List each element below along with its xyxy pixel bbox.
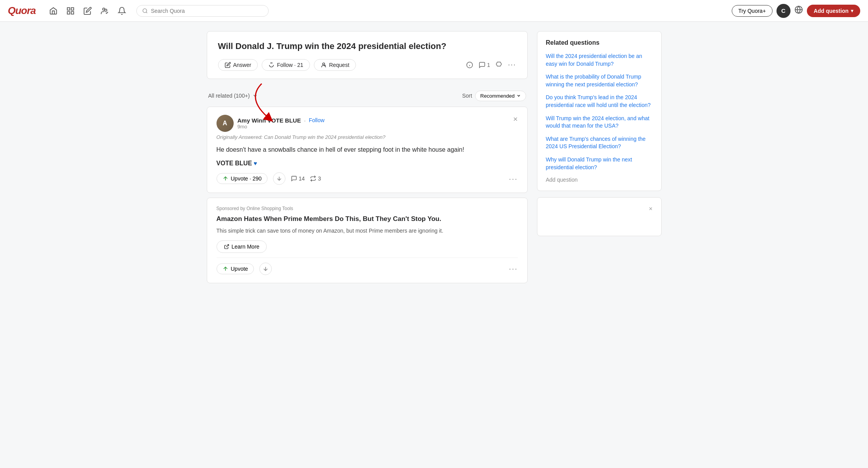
- close-answer-button[interactable]: ×: [513, 115, 518, 124]
- ad-downvote-icon: [262, 266, 269, 272]
- add-question-button[interactable]: Add question ▾: [807, 5, 860, 17]
- comment-icon: [291, 175, 297, 182]
- ad-sponsor: Sponsored by Online Shopping Tools: [217, 206, 518, 211]
- svg-point-6: [143, 9, 146, 12]
- answerer-follow-link[interactable]: Follow: [309, 117, 324, 123]
- answer-header: A Amy Winn VOTE BLUE · Follow 9mo ×: [217, 115, 518, 132]
- try-quora-button[interactable]: Try Quora+: [732, 5, 773, 17]
- action-icons-right: 1 ···: [466, 61, 516, 69]
- external-link-icon: [224, 244, 229, 249]
- content-area: Will Donald J. Trump win the 2024 presid…: [207, 31, 528, 288]
- sort-area: Sort Recommended: [462, 91, 526, 101]
- learn-more-button[interactable]: Learn More: [217, 240, 267, 253]
- header: Quora Try Quora+ C Add question ▾: [0, 0, 868, 22]
- feed-icon[interactable]: [63, 4, 78, 18]
- related-question-1[interactable]: Will the 2024 presidential election be a…: [546, 53, 653, 68]
- svg-rect-2: [67, 11, 69, 14]
- comment-button[interactable]: 1: [479, 61, 490, 68]
- request-button[interactable]: Request: [314, 59, 356, 71]
- upvote-button[interactable]: Upvote · 290: [217, 173, 268, 184]
- answer-text: He doesn't have a snowballs chance in he…: [217, 145, 518, 155]
- downvote-question-button[interactable]: [495, 61, 502, 68]
- header-right: Try Quora+ C Add question ▾: [732, 4, 860, 18]
- related-question-5[interactable]: What are Trump's chances of winning the …: [546, 135, 653, 151]
- downvote-button[interactable]: [273, 172, 285, 185]
- svg-rect-3: [71, 11, 73, 14]
- edit-icon[interactable]: [80, 4, 95, 18]
- ad-upvote-icon: [222, 266, 229, 272]
- more-answer-button[interactable]: ···: [509, 174, 518, 183]
- svg-rect-0: [67, 7, 69, 10]
- filter-chevron-icon: [252, 93, 258, 98]
- answerer-meta: Amy Winn VOTE BLUE · Follow 9mo: [238, 117, 325, 130]
- question-card: Will Donald J. Trump win the 2024 presid…: [207, 31, 528, 79]
- svg-rect-1: [71, 7, 73, 10]
- question-title: Will Donald J. Trump win the 2024 presid…: [218, 41, 516, 52]
- notifications-icon[interactable]: [114, 4, 129, 18]
- vote-blue-text: VOTE BLUE ♥: [217, 160, 518, 167]
- related-questions-card: Related questions Will the 2024 presiden…: [537, 31, 662, 191]
- avatar[interactable]: C: [776, 4, 791, 18]
- ad-title: Amazon Hates When Prime Members Do This,…: [217, 214, 518, 224]
- globe-icon[interactable]: [794, 5, 803, 16]
- more-ad-button[interactable]: ···: [509, 264, 518, 273]
- nav-icons: [46, 4, 129, 18]
- more-question-button[interactable]: ···: [508, 61, 516, 69]
- answer-icon: [225, 62, 231, 68]
- answer-footer: Upvote · 290 14 3 ···: [217, 172, 518, 185]
- search-icon: [142, 8, 148, 14]
- answerer-name: Amy Winn VOTE BLUE: [238, 117, 301, 124]
- answer-button[interactable]: Answer: [218, 59, 258, 71]
- question-actions: Answer Follow · 21 Request 1: [218, 59, 516, 71]
- ad-upvote-button[interactable]: Upvote: [217, 263, 254, 274]
- related-questions-title: Related questions: [546, 39, 653, 46]
- answerer-info: A Amy Winn VOTE BLUE · Follow 9mo: [217, 115, 325, 132]
- filter-dropdown[interactable]: All related (100+): [208, 93, 258, 99]
- follow-icon: [268, 62, 275, 68]
- related-question-6[interactable]: Why will Donald Trump win the next presi…: [546, 156, 653, 171]
- heart-icon: ♥: [254, 160, 257, 167]
- spaces-icon[interactable]: [97, 4, 112, 18]
- share-button[interactable]: 3: [310, 175, 321, 182]
- ad-description: This simple trick can save tons of money…: [217, 227, 518, 235]
- sort-chevron-icon: [516, 93, 521, 98]
- share-icon: [310, 175, 316, 182]
- ad-sidebar-card: ×: [537, 197, 662, 236]
- originally-answered: Originally Answered: Can Donald Trump wi…: [217, 134, 518, 140]
- search-bar[interactable]: [136, 5, 269, 17]
- downvote-icon: [276, 175, 282, 182]
- home-icon[interactable]: [46, 4, 61, 18]
- follow-button[interactable]: Follow · 21: [262, 59, 310, 71]
- svg-point-5: [105, 9, 107, 11]
- filter-bar: All related (100+) Sort Recommended: [207, 85, 528, 107]
- info-button[interactable]: [466, 61, 473, 68]
- related-question-4[interactable]: Will Trump win the 2024 election, and wh…: [546, 115, 653, 130]
- search-input[interactable]: [151, 8, 262, 14]
- ad-footer: Upvote ···: [217, 258, 518, 275]
- related-question-2[interactable]: What is the probability of Donald Trump …: [546, 73, 653, 88]
- sort-button[interactable]: Recommended: [475, 91, 526, 101]
- chevron-down-icon: ▾: [851, 8, 853, 14]
- main-layout: Will Donald J. Trump win the 2024 presid…: [201, 22, 668, 297]
- svg-line-13: [226, 245, 228, 247]
- answer-time: 9mo: [238, 124, 325, 130]
- upvote-icon: [222, 175, 229, 182]
- request-icon: [320, 62, 327, 68]
- comment-count-button[interactable]: 14: [291, 175, 305, 182]
- add-question-link[interactable]: Add question: [546, 177, 653, 183]
- avatar: A: [217, 115, 234, 132]
- ad-downvote-button[interactable]: [259, 263, 272, 275]
- svg-point-9: [322, 63, 324, 65]
- related-question-3[interactable]: Do you think Trump's lead in the 2024 pr…: [546, 94, 653, 109]
- ad-card: Sponsored by Online Shopping Tools Amazo…: [207, 198, 528, 283]
- sidebar: Related questions Will the 2024 presiden…: [537, 31, 662, 288]
- close-ad-button[interactable]: ×: [649, 205, 652, 212]
- svg-point-4: [102, 8, 105, 10]
- answer-card: A Amy Winn VOTE BLUE · Follow 9mo × Orig…: [207, 107, 528, 193]
- quora-logo: Quora: [8, 5, 36, 17]
